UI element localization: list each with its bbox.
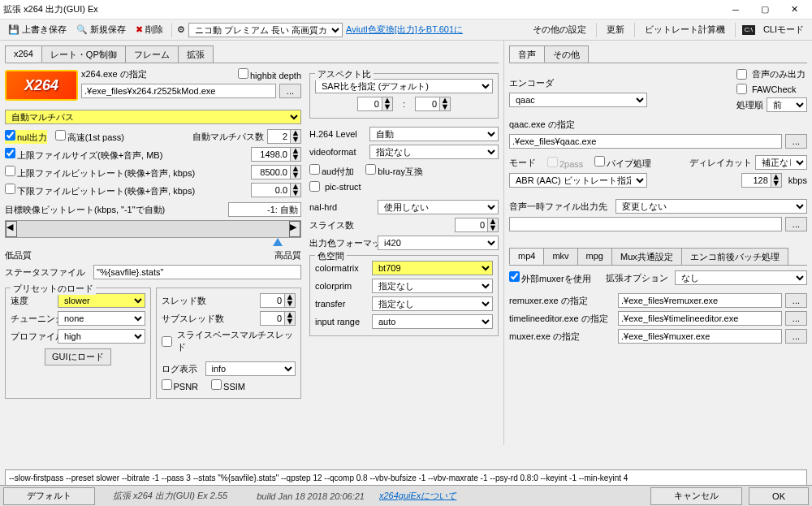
about-link[interactable]: x264guiExについて bbox=[379, 490, 456, 502]
slice-spin[interactable] bbox=[455, 218, 487, 232]
nul-out-check[interactable]: nul出力 bbox=[5, 130, 47, 144]
sar-w-spin[interactable] bbox=[357, 97, 382, 111]
timeline-path-input[interactable] bbox=[618, 311, 782, 326]
speed-select[interactable]: slower bbox=[58, 293, 145, 308]
order-select[interactable]: 前 bbox=[767, 97, 807, 112]
pipe-check[interactable]: パイプ処理 bbox=[594, 156, 651, 170]
target-bitrate-input[interactable] bbox=[228, 202, 301, 217]
nalhrd-select[interactable]: 使用しない bbox=[378, 200, 499, 214]
tab-frame[interactable]: フレーム bbox=[125, 45, 179, 63]
lower-bitrate-check[interactable]: 下限ファイルビットレート(映像+音声, kbps) bbox=[5, 184, 195, 197]
slider-high-button[interactable]: ▶ bbox=[289, 221, 300, 237]
browse-timeline-button[interactable]: ... bbox=[785, 311, 807, 326]
highbit-check-label[interactable]: highbit depth bbox=[238, 68, 301, 80]
encoder-select[interactable]: qaac bbox=[509, 93, 647, 107]
browse-qaac-button[interactable]: ... bbox=[785, 134, 807, 149]
tab-mkv[interactable]: mkv bbox=[543, 248, 577, 265]
tab-rate-qp[interactable]: レート・QP制御 bbox=[41, 45, 126, 63]
cli-mode-button[interactable]: CLIモード bbox=[760, 22, 807, 37]
aud-check[interactable]: aud付加 bbox=[309, 164, 354, 178]
videoformat-select[interactable]: 指定なし bbox=[369, 145, 499, 159]
upper-size-spin[interactable] bbox=[251, 147, 290, 162]
other-settings-button[interactable]: その他の設定 bbox=[529, 22, 590, 37]
input-range-label: input range bbox=[315, 317, 369, 327]
upper-bitrate-spin[interactable] bbox=[251, 165, 290, 179]
delete-button[interactable]: ✖ 削除 bbox=[132, 22, 166, 37]
encode-mode-select[interactable]: 自動マルチパス bbox=[5, 110, 301, 124]
bitrate-calc-button[interactable]: ビットレート計算機 bbox=[641, 22, 728, 37]
psnr-check[interactable]: PSNR bbox=[162, 379, 199, 391]
log-select[interactable]: info bbox=[205, 361, 296, 376]
browse-audio-temp-button[interactable]: ... bbox=[785, 217, 807, 231]
outcolor-select[interactable]: i420 bbox=[378, 236, 499, 250]
command-line-display: --slow-firstpass --preset slower --bitra… bbox=[5, 469, 807, 487]
lower-bitrate-spin[interactable] bbox=[251, 183, 290, 197]
tab-x264[interactable]: x264 bbox=[5, 45, 42, 63]
slice-thread-check[interactable]: スライスベースマルチスレッド bbox=[162, 329, 296, 353]
save-button[interactable]: 💾 上書き保存 bbox=[5, 22, 70, 37]
low-quality-label: 低品質 bbox=[5, 249, 32, 262]
close-button[interactable]: ✕ bbox=[780, 1, 809, 19]
input-range-select[interactable]: auto bbox=[372, 314, 493, 329]
audio-only-check[interactable]: 音声のみ出力 bbox=[736, 68, 807, 80]
minimize-button[interactable]: ─ bbox=[721, 1, 750, 19]
slider-thumb[interactable] bbox=[273, 238, 283, 246]
thread-spin[interactable] bbox=[260, 293, 284, 308]
picstruct-check[interactable]: pic-struct bbox=[309, 181, 499, 192]
browse-muxer-button[interactable]: ... bbox=[785, 329, 807, 344]
stats-input[interactable] bbox=[93, 265, 301, 279]
audio-temp-path-input[interactable] bbox=[509, 217, 782, 231]
ssim-check[interactable]: SSIM bbox=[211, 379, 245, 391]
audio-rate-spin[interactable] bbox=[741, 173, 771, 188]
aspect-mode-select[interactable]: SAR比を指定 (デフォルト) bbox=[315, 79, 493, 93]
delay-select[interactable]: 補正なし bbox=[755, 155, 807, 170]
transfer-select[interactable]: 指定なし bbox=[372, 296, 493, 311]
profile-label: プロファイル bbox=[11, 331, 54, 343]
preset-dropdown[interactable]: ニコ動 プレミアム 長い 高画質カスタムver bbox=[188, 23, 343, 37]
audio-temp-select[interactable]: 変更しない bbox=[615, 199, 807, 214]
ok-button[interactable]: OK bbox=[749, 487, 809, 505]
muxer-path-input[interactable] bbox=[618, 329, 782, 344]
upper-bitrate-check[interactable]: 上限ファイルビットレート(映像+音声, kbps) bbox=[5, 166, 195, 179]
browse-remuxer-button[interactable]: ... bbox=[785, 293, 807, 308]
fawcheck-check[interactable]: FAWCheck bbox=[736, 84, 807, 94]
ext-muxer-check[interactable]: 外部muxerを使用 bbox=[509, 271, 591, 285]
update-button[interactable]: 更新 bbox=[603, 22, 628, 37]
browse-x264-exe-button[interactable]: ... bbox=[279, 84, 301, 98]
h264-level-select[interactable]: 自動 bbox=[369, 127, 499, 141]
subthread-label: サブスレッド数 bbox=[162, 313, 215, 325]
new-save-button[interactable]: 🔍 新規保存 bbox=[73, 22, 129, 37]
tab-mpg[interactable]: mpg bbox=[577, 248, 612, 265]
multipass-spin[interactable] bbox=[267, 129, 290, 144]
profile-select[interactable]: high bbox=[58, 329, 145, 344]
tab-ext[interactable]: 拡張 bbox=[178, 45, 214, 63]
x264-exe-path-input[interactable] bbox=[81, 84, 276, 98]
tab-batch[interactable]: エンコ前後バッチ処理 bbox=[681, 248, 788, 265]
sar-h-spin[interactable] bbox=[415, 97, 439, 111]
colormatrix-select[interactable]: bt709 bbox=[372, 261, 493, 275]
maximize-button[interactable]: ▢ bbox=[750, 1, 780, 19]
tab-audio[interactable]: 音声 bbox=[509, 45, 545, 63]
cancel-button[interactable]: キャンセル bbox=[650, 487, 742, 505]
tune-select[interactable]: none bbox=[58, 311, 145, 326]
ext-opt-select[interactable]: なし bbox=[675, 270, 807, 285]
exe-label: x264.exe の指定 bbox=[81, 68, 147, 80]
fast-1st-check[interactable]: 高速(1st pass) bbox=[55, 130, 124, 144]
slider-low-button[interactable]: ◀ bbox=[6, 221, 17, 237]
remuxer-path-input[interactable] bbox=[618, 293, 782, 308]
tab-other[interactable]: その他 bbox=[544, 45, 589, 63]
tab-mp4[interactable]: mp4 bbox=[509, 248, 544, 265]
colorprim-select[interactable]: 指定なし bbox=[372, 279, 493, 293]
color-convert-link[interactable]: Aviutl色変換[出力]をBT.601に bbox=[346, 24, 463, 36]
quality-slider[interactable]: ◀ ▶ bbox=[5, 220, 301, 238]
gui-load-button[interactable]: GUIにロード bbox=[45, 348, 111, 365]
rate-mode-select[interactable]: ABR (AAC) ビットレート指定 bbox=[509, 173, 647, 188]
highbit-checkbox[interactable] bbox=[238, 68, 248, 79]
bluray-check[interactable]: blu-ray互換 bbox=[365, 164, 423, 178]
upper-size-check[interactable]: 上限ファイルサイズ(映像+音声, MB) bbox=[5, 148, 162, 162]
default-button[interactable]: デフォルト bbox=[3, 487, 95, 505]
twopass-check[interactable]: 2pass bbox=[547, 157, 583, 169]
tab-mux-common[interactable]: Mux共通設定 bbox=[611, 248, 682, 265]
subthread-spin[interactable] bbox=[260, 311, 284, 326]
qaac-exe-input[interactable] bbox=[509, 134, 782, 149]
